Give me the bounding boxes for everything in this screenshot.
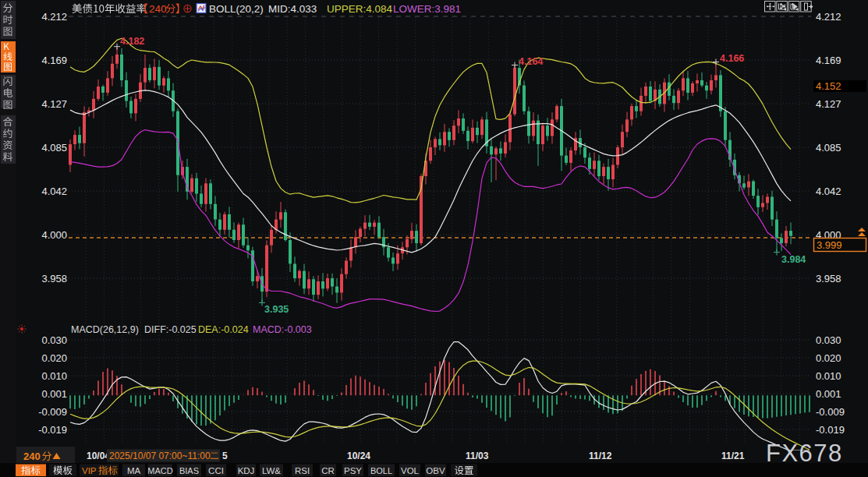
svg-text:KDJ: KDJ xyxy=(238,466,255,475)
svg-text:240: 240 xyxy=(149,3,167,15)
svg-text:11/03: 11/03 xyxy=(466,450,489,461)
svg-text:4.152: 4.152 xyxy=(816,80,841,92)
svg-text:MID:4.033: MID:4.033 xyxy=(268,3,317,15)
svg-text:11/21: 11/21 xyxy=(721,450,745,461)
svg-text:4.000: 4.000 xyxy=(41,229,67,241)
svg-text:3.984: 3.984 xyxy=(781,254,806,265)
svg-text:0.030: 0.030 xyxy=(816,334,841,346)
svg-text:0.020: 0.020 xyxy=(816,352,841,364)
svg-text:4.127: 4.127 xyxy=(816,98,841,110)
svg-text:4.085: 4.085 xyxy=(816,142,841,154)
svg-text:11/12: 11/12 xyxy=(589,450,612,461)
svg-text:DIFF:-0.025: DIFF:-0.025 xyxy=(144,324,197,335)
svg-text:BOLL: BOLL xyxy=(370,466,392,475)
svg-text:MACD: MACD xyxy=(147,466,172,475)
svg-text:4.164: 4.164 xyxy=(519,56,543,67)
svg-text:4.212: 4.212 xyxy=(41,11,67,23)
svg-text:LOWER:3.981: LOWER:3.981 xyxy=(393,3,461,15)
svg-text:-0.019: -0.019 xyxy=(38,424,67,436)
svg-text:3.958: 3.958 xyxy=(41,273,67,284)
svg-text:MA: MA xyxy=(127,466,141,475)
svg-text:4.212: 4.212 xyxy=(816,11,841,23)
svg-text:5: 5 xyxy=(222,450,228,461)
svg-text:4.169: 4.169 xyxy=(41,55,67,66)
svg-text:4.042: 4.042 xyxy=(41,186,67,197)
svg-text:DEA:-0.024: DEA:-0.024 xyxy=(198,324,249,335)
svg-text:-0.019: -0.019 xyxy=(816,424,845,436)
svg-text:UPPER:4.084: UPPER:4.084 xyxy=(327,3,393,15)
svg-text:4.042: 4.042 xyxy=(816,186,841,197)
svg-text:FX678: FX678 xyxy=(766,440,843,467)
svg-text:240: 240 xyxy=(23,450,41,462)
svg-text:4.085: 4.085 xyxy=(41,142,67,154)
svg-text:OBV: OBV xyxy=(426,466,445,475)
svg-text:0.010: 0.010 xyxy=(41,370,67,382)
svg-text:3.999: 3.999 xyxy=(817,239,842,251)
svg-text:10/24: 10/24 xyxy=(347,450,370,461)
svg-text:-0.009: -0.009 xyxy=(816,406,845,418)
svg-text:CCI: CCI xyxy=(208,466,224,475)
svg-text:4.127: 4.127 xyxy=(41,98,67,110)
svg-text:0.030: 0.030 xyxy=(41,334,67,346)
svg-text:0.010: 0.010 xyxy=(816,370,841,382)
svg-text:0.001: 0.001 xyxy=(816,388,841,400)
svg-text:BIAS: BIAS xyxy=(179,466,199,475)
svg-text:CR: CR xyxy=(321,466,335,475)
svg-text:10/04: 10/04 xyxy=(87,450,110,461)
svg-text:4.169: 4.169 xyxy=(816,55,841,66)
svg-text:4.166: 4.166 xyxy=(720,53,744,64)
svg-text:PSY: PSY xyxy=(344,466,362,475)
svg-text:2025/10/07 07:00~11:00: 2025/10/07 07:00~11:00 xyxy=(109,450,211,461)
svg-text:BOLL(20,2): BOLL(20,2) xyxy=(209,3,264,15)
svg-text:RSI: RSI xyxy=(295,466,310,475)
svg-text:VIP: VIP xyxy=(82,466,97,475)
svg-text:3.935: 3.935 xyxy=(264,304,289,315)
svg-text:-0.009: -0.009 xyxy=(38,406,67,418)
svg-text:MACD:-0.003: MACD:-0.003 xyxy=(253,324,312,335)
svg-text:0.020: 0.020 xyxy=(41,352,67,364)
svg-text:4.182: 4.182 xyxy=(120,36,144,47)
svg-text:0.001: 0.001 xyxy=(41,388,67,400)
svg-text:3.958: 3.958 xyxy=(816,273,841,284)
svg-text:VOL: VOL xyxy=(401,466,420,475)
svg-text:LW&: LW& xyxy=(262,466,281,475)
svg-text:MACD(26,12,9): MACD(26,12,9) xyxy=(71,324,139,335)
